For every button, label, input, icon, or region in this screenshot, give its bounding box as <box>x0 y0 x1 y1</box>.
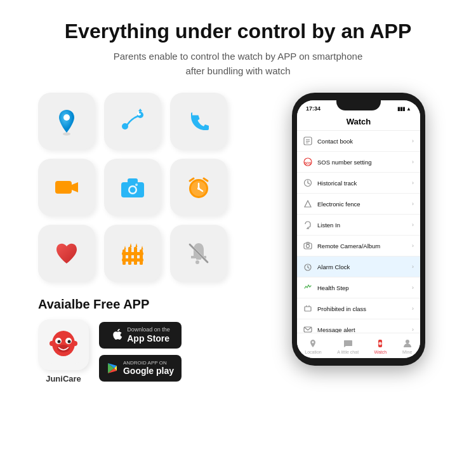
prohibited-class-icon <box>302 303 314 314</box>
tab-watch-label: Watch <box>374 350 387 354</box>
svg-marker-24 <box>124 246 126 250</box>
electronic-fence-icon <box>302 198 314 210</box>
svg-rect-9 <box>128 178 138 183</box>
menu-health-step[interactable]: Health Step › <box>297 277 420 298</box>
header: Everything under control by an APP Paren… <box>65 19 411 78</box>
svg-point-29 <box>195 260 199 264</box>
watch-tab-icon <box>375 338 385 349</box>
chevron-icon: › <box>412 180 414 186</box>
svg-point-0 <box>63 133 70 136</box>
alarm-icon-cell <box>170 159 227 216</box>
svg-marker-50 <box>305 201 311 207</box>
menu-electronic-fence[interactable]: Electronic fence › <box>297 194 420 215</box>
menu-alarm-clock[interactable]: Alarm Clock › <box>297 256 420 277</box>
tab-chat[interactable]: A little chat <box>337 338 359 354</box>
app-section-title: Avaialbe Free APP <box>38 297 254 312</box>
svg-line-49 <box>308 183 310 184</box>
chevron-icon: › <box>412 326 414 333</box>
store-buttons: Download on the App Store <box>99 322 182 382</box>
svg-point-66 <box>379 342 382 345</box>
status-icons: ▮▮▮ ▲ <box>397 106 411 112</box>
menu-message-alert[interactable]: Message alert › <box>297 319 420 333</box>
svg-point-1 <box>63 114 70 121</box>
google-play-name: Google play <box>123 366 174 376</box>
svg-marker-25 <box>130 243 132 247</box>
menu-sos-label: SOS number setting <box>317 159 408 166</box>
mine-tab-icon <box>402 338 413 349</box>
svg-point-40 <box>72 341 77 346</box>
heart-icon-cell <box>38 225 95 282</box>
tab-watch[interactable]: Watch <box>374 338 387 354</box>
page-title: Everything under control by an APP <box>65 19 411 43</box>
google-play-button[interactable]: ANDROID APP ON Google play <box>99 355 182 382</box>
left-panel: Avaialbe Free APP <box>13 93 254 383</box>
phone-mockup: 17:34 ▮▮▮ ▲ Watch Contact book <box>292 93 425 366</box>
svg-point-37 <box>68 340 71 343</box>
google-play-top-text: ANDROID APP ON <box>123 360 167 366</box>
svg-point-5 <box>139 111 142 114</box>
app-store-name: App Store <box>127 333 169 344</box>
feature-icon-grid <box>38 93 254 282</box>
menu-contact-book[interactable]: Contact book › <box>297 131 420 152</box>
app-logo-label: JuniCare <box>46 374 81 383</box>
phone-icon <box>183 106 214 137</box>
app-logo-wrapper: JuniCare <box>38 319 89 383</box>
menu-remote-camera[interactable]: Remote Camera/Album › <box>297 236 420 256</box>
chevron-icon: › <box>412 305 414 312</box>
tab-location-label: Location <box>305 350 321 354</box>
chevron-icon: › <box>412 201 414 207</box>
chevron-icon: › <box>412 284 414 291</box>
sos-icon: SOS <box>302 156 314 168</box>
content-area: Avaialbe Free APP <box>13 93 463 383</box>
phone-notch <box>336 99 381 110</box>
menu-listen-in[interactable]: Listen In › <box>297 215 420 236</box>
fence-icon <box>117 238 148 269</box>
menu-listen-in-label: Listen In <box>317 222 408 229</box>
svg-marker-27 <box>142 246 143 250</box>
chevron-icon: › <box>412 222 414 228</box>
app-row: JuniCare Download on the App Store <box>38 319 254 383</box>
tab-chat-label: A little chat <box>337 350 359 354</box>
camera-icon-cell <box>104 159 161 216</box>
tab-location[interactable]: Location <box>305 338 321 354</box>
phone-icon-cell <box>170 93 227 150</box>
contact-book-icon <box>302 135 314 147</box>
phone-wrapper: 17:34 ▮▮▮ ▲ Watch Contact book <box>254 93 463 366</box>
svg-rect-19 <box>128 247 131 265</box>
svg-rect-6 <box>55 181 72 194</box>
historical-track-icon <box>302 177 314 189</box>
menu-prohibited-class[interactable]: Prohibited in class › <box>297 298 420 319</box>
junicare-logo <box>38 319 89 370</box>
no-disturb-icon-cell <box>170 225 227 282</box>
menu-historical-track[interactable]: Historical track › <box>297 173 420 194</box>
tab-mine[interactable]: Mine <box>402 338 413 354</box>
apple-icon <box>110 329 123 342</box>
page-subtitle: Parents enable to control the watch by A… <box>65 50 411 78</box>
svg-rect-59 <box>305 307 311 311</box>
menu-electronic-fence-label: Electronic fence <box>317 201 408 208</box>
listen-in-icon <box>302 219 314 230</box>
alarm-clock-menu-icon <box>302 261 314 272</box>
app-section: Avaialbe Free APP <box>38 297 254 383</box>
chevron-icon: › <box>412 138 414 144</box>
menu-health-step-label: Health Step <box>317 284 408 291</box>
svg-text:SOS: SOS <box>305 161 312 165</box>
tab-mine-label: Mine <box>402 350 412 354</box>
menu-sos[interactable]: SOS SOS number setting › <box>297 152 420 173</box>
svg-point-54 <box>307 244 310 248</box>
menu-prohibited-class-label: Prohibited in class <box>317 305 408 312</box>
junicare-logo-icon <box>44 326 83 364</box>
bell-slash-icon <box>183 238 214 269</box>
app-store-button[interactable]: Download on the App Store <box>99 322 182 349</box>
menu-message-alert-label: Message alert <box>317 326 408 333</box>
route-icon <box>117 106 148 137</box>
location-icon-cell <box>38 93 95 150</box>
chevron-icon: › <box>412 243 414 249</box>
watch-screen-header: Watch <box>297 114 420 131</box>
alarm-clock-icon <box>183 172 214 203</box>
menu-contact-book-label: Contact book <box>317 138 408 145</box>
health-step-icon <box>302 282 314 293</box>
svg-marker-26 <box>136 243 138 247</box>
svg-point-17 <box>197 187 200 190</box>
svg-point-39 <box>50 341 55 346</box>
